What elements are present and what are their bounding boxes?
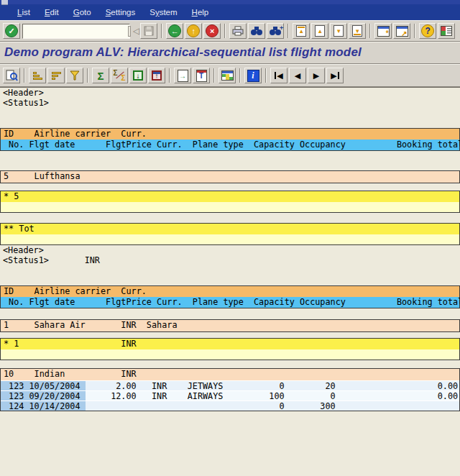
table1-header-block: ID Airline carrier Curr. No. Flgt date F… [0, 128, 460, 151]
find-button[interactable] [248, 23, 265, 39]
last-record-button[interactable]: ▶ [326, 68, 344, 83]
new-session-button[interactable]: * [374, 23, 392, 39]
list-header-label-2: <Header> [0, 245, 460, 255]
airline-row-sahara[interactable]: 1 Sahara Air INR Sahara [1, 320, 459, 331]
sort-ascending-button[interactable] [29, 68, 46, 83]
menu-system[interactable]: System [142, 6, 184, 18]
airline-row-lufthansa[interactable]: 5 Lufthansa [1, 171, 459, 183]
command-field[interactable] [23, 26, 128, 37]
list-content: <Header> <Status1> ID Airline carrier Cu… [0, 87, 460, 476]
details-button[interactable] [3, 68, 20, 83]
sort-descending-button[interactable] [47, 68, 65, 83]
subtotal-spacer-row[interactable] [1, 349, 459, 360]
grid-view-button[interactable] [218, 68, 236, 83]
printer-icon [232, 26, 244, 36]
next-record-button[interactable]: ▶ [308, 68, 325, 83]
page-down-button[interactable]: ▼ [330, 23, 347, 39]
mail-recipient-button[interactable]: ↑ [148, 68, 165, 83]
table2-airline-block-indian: 10 Indian INR 123 10/05/2004 2.00 INR JE… [0, 368, 460, 411]
sum-sigma-icon: Σ [97, 70, 104, 81]
status-currency-value: INR [85, 255, 100, 266]
create-shortcut-button[interactable]: ↗ [393, 23, 410, 39]
table-header-row-flight[interactable]: No. Flgt date FlgtPrice Curr. Plane type… [1, 139, 459, 150]
subtotal-row[interactable]: * 5 [1, 191, 459, 202]
filter-funnel-icon [70, 70, 80, 81]
menu-settings[interactable]: Settings [98, 6, 143, 18]
subtotal-spacer-row[interactable] [1, 202, 459, 212]
local-file-button[interactable]: ↓ [129, 68, 147, 83]
first-page-button[interactable]: ▲ [293, 23, 310, 39]
exit-button[interactable]: ↑ [185, 23, 202, 39]
window-icon [1, 0, 8, 5]
toolbar-separator [161, 24, 162, 38]
last-page-button[interactable]: ▼ [349, 23, 366, 39]
application-toolbar: Σ ΣΣ ↓ ↑ → T [0, 64, 460, 87]
table-header-row-flight[interactable]: No. Flgt date FlgtPrice Curr. Plane type… [1, 297, 459, 308]
grandtotal-spacer-row[interactable] [1, 234, 459, 244]
toolbar-separator [239, 68, 241, 83]
back-button[interactable]: ← [166, 23, 183, 39]
binoculars-icon [251, 27, 262, 35]
upload-icon: ↑ [152, 70, 162, 81]
flight-detail-row[interactable]: 124 10/14/2004 0 300 [1, 401, 459, 411]
filter-button[interactable] [66, 68, 83, 83]
total-button[interactable]: Σ [92, 68, 109, 83]
standard-toolbar: ✓ ◁ ← ↑ × [0, 20, 460, 42]
menu-list[interactable]: List [10, 6, 37, 18]
customize-layout-icon [441, 26, 452, 36]
sort-ascending-icon [33, 72, 42, 80]
page-up-button[interactable]: ▲ [311, 23, 328, 39]
menu-goto[interactable]: Goto [66, 6, 98, 18]
table1-subtotal-block: * 5 [0, 191, 460, 213]
toolbar-separator [288, 24, 289, 38]
toolbar-separator [224, 24, 226, 38]
save-button[interactable] [140, 23, 157, 39]
help-icon: ? [421, 24, 434, 37]
sap-window: List Edit Goto Settings System Help ✓ ◁ … [0, 0, 460, 476]
table-header-row-airline[interactable]: ID Airline carrier Curr. [1, 129, 459, 139]
word-processing-icon: T [196, 70, 207, 82]
export-button[interactable]: → [174, 68, 191, 83]
menu-help[interactable]: Help [185, 6, 216, 18]
command-history-icon[interactable] [128, 26, 131, 37]
back-arrow-icon: ← [168, 24, 181, 37]
toolbar-separator [213, 68, 215, 83]
table2-header-block: ID Airline carrier Curr. No. Flgt date F… [0, 285, 460, 308]
enter-button[interactable]: ✓ [3, 23, 20, 39]
previous-record-button[interactable]: ◀ [289, 68, 306, 83]
subtotal-button[interactable]: ΣΣ [111, 68, 128, 83]
page-down-icon: ▼ [334, 25, 344, 37]
subtotal-row[interactable]: * 1 INR [1, 339, 459, 349]
table2-subtotal-block: * 1 INR [0, 338, 460, 360]
help-button[interactable]: ? [419, 23, 436, 39]
page-up-icon: ▲ [315, 25, 325, 37]
cancel-x-icon: × [206, 24, 218, 37]
flight-detail-row[interactable]: 123 10/05/2004 2.00 INR JETWAYS 0 20 0.0… [1, 380, 459, 390]
word-processing-button[interactable]: T [193, 68, 210, 83]
export-icon: → [178, 70, 188, 82]
menu-edit[interactable]: Edit [37, 6, 66, 18]
enter-check-icon: ✓ [5, 24, 18, 37]
first-record-button[interactable]: ◀ [270, 68, 288, 83]
grandtotal-row[interactable]: ** Tot [1, 224, 459, 234]
airline-row-indian[interactable]: 10 Indian INR [1, 369, 459, 380]
last-record-icon: ▶ [331, 72, 339, 80]
find-next-button[interactable]: + [267, 23, 284, 39]
save-floppy-icon [144, 26, 154, 36]
list-status-label: <Status1> [0, 98, 460, 108]
list-header-label: <Header> [0, 88, 460, 98]
back-triangle-icon[interactable]: ◁ [133, 26, 139, 36]
toolbar-separator [87, 68, 88, 83]
grid-view-icon [221, 70, 234, 81]
details-magnifier-icon [6, 70, 18, 81]
new-session-icon: * [377, 26, 390, 37]
customize-layout-button[interactable] [438, 23, 455, 39]
print-button[interactable] [229, 23, 247, 39]
cancel-button[interactable]: × [203, 23, 221, 39]
shortcut-icon: ↗ [396, 26, 408, 37]
sort-descending-icon [52, 72, 61, 80]
table-header-row-airline[interactable]: ID Airline carrier Curr. [1, 286, 459, 297]
command-field-wrap [22, 24, 130, 39]
info-button[interactable]: i [244, 68, 262, 83]
flight-detail-row[interactable]: 123 09/20/2004 12.00 INR AIRWAYS 100 0 0… [1, 390, 459, 401]
